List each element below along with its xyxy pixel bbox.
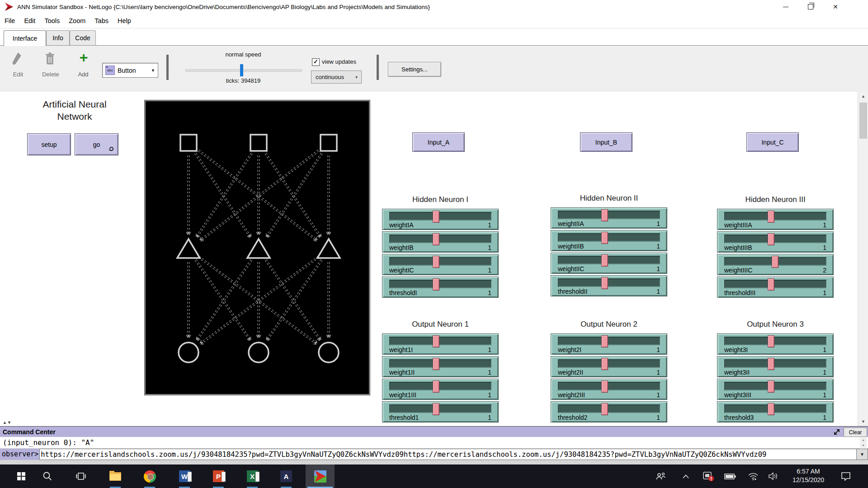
slider-track[interactable] [724,382,826,390]
go-button[interactable]: go [75,133,118,155]
slider-weight1III[interactable]: weight1III 1 [382,379,499,400]
slider-weightIA[interactable]: weightIA 1 [382,209,499,230]
slider-handle[interactable] [768,278,774,291]
slider-weight3III[interactable]: weight3III 1 [717,379,834,400]
slider-track[interactable] [724,404,826,413]
input-b-button[interactable]: Input_B [580,132,632,152]
slider-track[interactable] [724,257,826,266]
slider-track[interactable] [389,359,491,368]
slider-track[interactable] [389,235,491,243]
slider-weightIIC[interactable]: weightIIC 1 [551,253,667,274]
slider-handle[interactable] [768,211,774,223]
slider-weightIIIA[interactable]: weightIIIA 1 [717,209,834,230]
slider-weightIIIC[interactable]: weightIIIC 2 [717,254,834,275]
scrollbar-thumb[interactable] [859,103,867,139]
slider-track[interactable] [389,212,491,221]
slider-handle[interactable] [433,335,439,347]
slider-weight1I[interactable]: weight1I 1 [382,333,499,355]
slider-track[interactable] [558,337,660,345]
action-center-button[interactable] [839,468,853,484]
widget-type-dropdown[interactable]: abc Button ▼ [102,63,158,78]
speed-slider-handle[interactable] [240,64,243,76]
slider-handle[interactable] [601,380,608,393]
command-center-splitter[interactable]: ▲▼ [3,420,12,425]
close-button[interactable]: ✕ [825,0,846,14]
network-tray-button[interactable] [747,468,760,484]
slider-track[interactable] [558,359,660,368]
command-input[interactable] [39,449,857,460]
chrome-button[interactable] [142,468,158,484]
slider-handle[interactable] [433,358,439,370]
edit-button[interactable] [12,52,24,68]
slider-handle[interactable] [772,256,778,268]
slider-weightIIA[interactable]: weightIIA 1 [551,207,667,229]
world-view[interactable] [145,100,370,395]
slider-track[interactable] [724,337,826,345]
battery-tray-button[interactable] [723,468,737,484]
tab-code[interactable]: Code [70,30,96,45]
output-mini-scrollbar[interactable]: ▲▼ [860,437,867,449]
people-tray-button[interactable] [655,468,667,484]
search-button[interactable] [39,468,56,484]
slider-handle[interactable] [601,403,608,415]
tray-overflow-button[interactable] [680,468,691,484]
slider-threshold3[interactable]: threshold3 1 [717,401,834,422]
slider-track[interactable] [389,382,491,390]
slider-track[interactable] [558,211,660,219]
maximize-button[interactable] [800,0,821,14]
slider-weight2I[interactable]: weight2I 1 [551,333,667,355]
menu-tabs[interactable]: Tabs [90,17,113,24]
slider-track[interactable] [558,382,660,390]
view-updates-checkbox[interactable]: ✓ [312,58,320,66]
slider-handle[interactable] [768,403,774,415]
slider-track[interactable] [558,233,660,242]
slider-track[interactable] [724,280,826,288]
slider-weight1II[interactable]: weight1II 1 [382,356,499,377]
input-c-button[interactable]: Input_C [746,132,799,152]
menu-edit[interactable]: Edit [19,17,40,24]
slider-track[interactable] [389,404,491,413]
slider-thresholdIII[interactable]: thresholdIII 1 [717,277,834,298]
tab-info[interactable]: Info [46,30,70,45]
slider-weightIC[interactable]: weightIC 1 [382,254,499,275]
command-history-dropdown[interactable]: ▼ [857,449,868,460]
slider-handle[interactable] [768,335,774,347]
clear-button[interactable]: Clear [844,427,867,437]
slider-weightIIB[interactable]: weightIIB 1 [551,230,667,251]
slider-handle[interactable] [433,256,439,268]
slider-track[interactable] [724,359,826,368]
slider-handle[interactable] [768,380,774,393]
slider-handle[interactable] [601,232,608,244]
slider-track[interactable] [558,404,660,413]
slider-thresholdII[interactable]: thresholdII 1 [551,275,667,296]
input-a-button[interactable]: Input_A [412,132,465,152]
slider-track[interactable] [558,256,660,264]
task-view-button[interactable] [73,468,89,484]
minimize-button[interactable] [775,0,796,14]
slider-handle[interactable] [433,211,439,223]
slider-threshold2[interactable]: threshold2 1 [551,401,667,422]
clock[interactable]: 6:57 AM 12/15/2020 [786,467,831,484]
slider-handle[interactable] [601,209,608,221]
netlogo-taskbar-button[interactable] [312,468,328,484]
excel-button[interactable]: X [244,468,260,484]
menu-tools[interactable]: Tools [40,17,64,24]
notification-tray-icon[interactable] [702,468,715,484]
slider-weight3I[interactable]: weight3I 1 [717,333,834,355]
view-updates-label[interactable]: view updates [322,58,356,65]
powerpoint-button[interactable]: P [210,468,226,484]
expand-icon[interactable] [833,428,841,436]
add-button[interactable]: + [77,49,90,66]
volume-tray-button[interactable] [768,468,780,484]
delete-button[interactable] [45,52,56,68]
slider-weight2III[interactable]: weight2III 1 [551,379,667,400]
acrobat-button[interactable]: A [278,468,294,484]
slider-track[interactable] [389,257,491,266]
slider-handle[interactable] [433,278,439,291]
edit-label[interactable]: Edit [5,71,31,78]
scroll-up-arrow[interactable]: ▲ [858,92,868,101]
update-mode-dropdown[interactable]: continuous ▾ [311,70,362,84]
slider-handle[interactable] [601,254,608,267]
scroll-down-arrow[interactable]: ▼ [858,417,868,426]
slider-track[interactable] [724,235,826,243]
